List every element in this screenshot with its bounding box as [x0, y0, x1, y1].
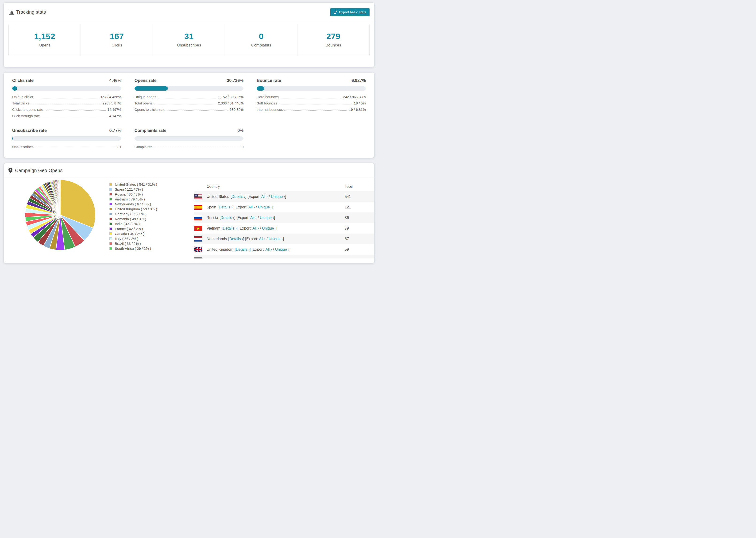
table-row-us: United States[Details ›] [Export: All › …	[194, 191, 374, 202]
total-cell: 541	[345, 194, 374, 199]
slash: /	[255, 205, 258, 209]
rate-detail-row: Complaints0	[135, 145, 244, 151]
export-unique-link[interactable]: Unique ›	[258, 205, 272, 209]
rates-card: Clicks rate 4.46% Unique clicks167 / 4.4…	[4, 72, 374, 158]
legend-item: Vietnam ( 79 / 5% )	[109, 197, 157, 202]
country-cell-text: Vietnam[Details ›] [Export: All › / Uniq…	[207, 226, 277, 231]
slash: /	[268, 194, 271, 198]
slash: /	[259, 226, 262, 230]
rate-detail-label: Soft bounces	[257, 101, 277, 105]
dotted-leader	[158, 98, 216, 98]
rate-detail-value: 1,152 / 30.736%	[218, 95, 243, 99]
export-all-link[interactable]: All ›	[252, 226, 259, 230]
details-link[interactable]: Details ›	[223, 226, 237, 230]
details-link[interactable]: Details ›	[209, 258, 223, 259]
rate-detail-row: Click through rate4.147%	[12, 114, 121, 120]
dotted-leader	[41, 117, 108, 117]
export-button-label: Export basic stats	[339, 10, 366, 14]
export-all-link[interactable]: All ›	[266, 247, 272, 251]
geo-table-rows: United States[Details ›] [Export: All › …	[194, 191, 374, 255]
stat-label: Unsubscribes	[153, 43, 225, 48]
unsubscribe-rate-bar	[12, 136, 121, 140]
export-all-link[interactable]: All ›	[261, 194, 268, 198]
rate-detail-row: Clicks to opens rate14.497%	[12, 108, 121, 114]
legend-swatch	[109, 242, 112, 245]
export-prefix: Export:	[240, 226, 252, 230]
export-all-link[interactable]: All ›	[239, 258, 245, 259]
rate-detail-row: Opens to clicks rate689.82%	[135, 108, 244, 114]
rate-detail-value: 2,303 / 61.446%	[218, 101, 243, 105]
details-link[interactable]: Details ›	[219, 205, 233, 209]
ru-flag-icon	[194, 215, 202, 220]
dotted-leader	[154, 104, 216, 104]
rate-detail-value: 242 / 86.738%	[343, 95, 366, 99]
export-all-link[interactable]: All ›	[250, 216, 257, 220]
geo-pie-chart[interactable]	[24, 179, 97, 251]
total-cell: 59	[345, 247, 374, 252]
rate-detail-label: Unique opens	[135, 95, 156, 99]
legend-swatch	[109, 237, 112, 240]
bracket: ] [	[233, 205, 236, 209]
export-unique-link[interactable]: Unique ›	[260, 216, 274, 220]
geo-pie-legend: United States ( 541 / 31% )Spain ( 121 /…	[109, 178, 157, 251]
rate-detail-value: 0	[242, 145, 243, 149]
legend-item: Italy ( 36 / 2% )	[109, 236, 157, 241]
export-unique-link[interactable]: Unique ›	[248, 258, 262, 259]
stat-value: 167	[81, 32, 153, 41]
dotted-leader	[31, 104, 101, 104]
dotted-leader	[279, 104, 352, 104]
export-unique-link[interactable]: Unique ›	[275, 247, 289, 251]
bracket: ]	[262, 258, 263, 259]
export-unique-link[interactable]: Unique ›	[262, 226, 276, 230]
country-cell-text: United Kingdom[Details ›] [Export: All ›…	[207, 247, 290, 252]
export-all-link[interactable]: All ›	[248, 205, 255, 209]
export-basic-stats-button[interactable]: Export basic stats	[330, 8, 369, 16]
legend-label: Brazil ( 33 / 2% )	[115, 242, 141, 245]
details-link[interactable]: Details ›	[236, 247, 249, 251]
rate-detail-value: 167 / 4.456%	[100, 95, 121, 99]
details-link[interactable]: Details ›	[229, 237, 243, 241]
rate-detail-label: Unsubscribes	[12, 145, 33, 149]
export-prefix: Export:	[249, 194, 261, 198]
legend-label: South Africa ( 29 / 2% )	[115, 246, 151, 250]
geo-opens-header: Campaign Geo Opens	[4, 163, 374, 178]
map-pin-icon	[9, 168, 13, 173]
details-link[interactable]: Details ›	[232, 194, 245, 198]
bracket: ]	[272, 205, 273, 209]
clicks-rate-bar	[12, 86, 121, 91]
bar-chart-icon	[9, 10, 14, 15]
legend-item: Canada ( 40 / 2% )	[109, 231, 157, 236]
legend-swatch	[109, 228, 112, 230]
rate-detail-value: 220 / 5.87%	[103, 101, 121, 105]
legend-item: South Africa ( 29 / 2% )	[109, 246, 157, 251]
legend-swatch	[109, 223, 112, 225]
dotted-leader	[167, 110, 228, 111]
stat-complaints: 0Complaints	[225, 24, 297, 56]
rate-detail-value: 689.82%	[230, 108, 243, 112]
rate-detail-row: Unique clicks167 / 4.456%	[12, 95, 121, 101]
export-prefix: Export:	[246, 237, 259, 241]
legend-item: Russia ( 86 / 5% )	[109, 192, 157, 197]
legend-item: United States ( 541 / 31% )	[109, 182, 157, 187]
bracket: ]	[283, 237, 284, 241]
complaints-rate-panel: Complaints rate 0% Complaints0	[135, 128, 244, 151]
export-all-link[interactable]: All ›	[259, 237, 266, 241]
details-link[interactable]: Details ›	[220, 216, 234, 220]
us-flag-icon	[194, 194, 202, 199]
legend-item: Romania ( 49 / 3% )	[109, 216, 157, 221]
country-cell-text: [Details ›] [Export: All › / Unique ›]	[207, 258, 264, 259]
slash: /	[272, 247, 275, 251]
bracket: ]	[274, 216, 275, 220]
bounce-rate-bar	[257, 86, 366, 91]
legend-item: Spain ( 121 / 7% )	[109, 187, 157, 192]
table-row-gb: United Kingdom[Details ›] [Export: All ›…	[194, 244, 374, 255]
opens-rate-bar	[135, 86, 244, 91]
table-row-ru: Russia[Details ›] [Export: All › / Uniqu…	[194, 212, 374, 223]
rate-detail-value: 31	[117, 145, 121, 149]
export-unique-link[interactable]: Unique ›	[271, 194, 285, 198]
export-icon	[334, 10, 337, 14]
country-name: Netherlands	[207, 237, 227, 241]
complaints-rate-value: 0%	[237, 128, 243, 133]
export-unique-link[interactable]: Unique ›	[269, 237, 283, 241]
bracket: ] [	[249, 247, 253, 251]
